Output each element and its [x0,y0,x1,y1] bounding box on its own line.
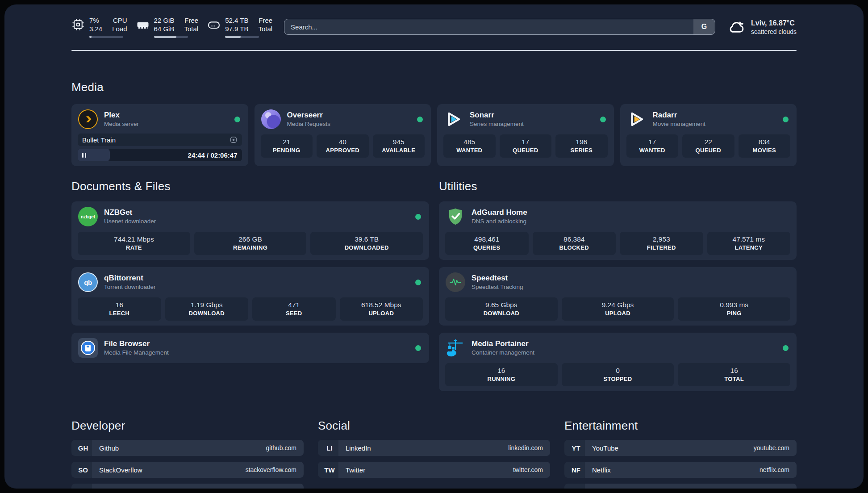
link-abbr: LI [318,440,341,456]
stat-box: 945 AVAILABLE [373,134,425,158]
disk-icon [207,18,221,31]
link-reddit[interactable]: RE Reddit reddit.com [564,484,797,489]
app-card-portainer[interactable]: Media Portainer Container management 16 … [439,333,797,391]
topbar-divider [71,50,797,51]
search-input[interactable] [284,19,693,34]
app-name: AdGuard Home [472,208,527,217]
link-name: Reddit [592,488,611,489]
now-playing-title: Bullet Train [82,136,116,144]
app-description: Media File Management [104,349,169,357]
section-utilities: Utilities AdGuard Home DNS and a [439,180,797,391]
app-name: File Browser [104,339,169,349]
nzbget-icon: nzbget [78,206,98,227]
stat-box: 196 SERIES [555,134,608,158]
disk-progress-bar [225,36,259,38]
search-bar: G [284,19,715,35]
link-stackoverflow[interactable]: SO StackOverflow stackoverflow.com [71,462,304,478]
link-youtube[interactable]: YT YouTube youtube.com [564,440,797,456]
link-name: StackOverflow [99,466,142,474]
section-social: Social LI LinkedIn linkedin.com TW Twitt… [318,419,550,489]
stat-box: 39.6 TB DOWNLOADED [310,232,423,255]
topbar: 7% 3.24 CPU Load [71,15,797,38]
app-description: Container management [472,349,534,357]
link-url: reddit.com [760,488,789,489]
ram-icon [136,18,150,31]
status-online-dot [415,280,421,285]
plex-now-playing: Bullet Train 24:44 / 02:06:47 [78,134,242,161]
cpu-icon [71,18,85,31]
link-name: DEV [99,488,113,489]
disk-total-label: Total [258,25,272,33]
cpu-usage-value: 7% [89,16,102,25]
link-dev-to[interactable]: DT DEV dev.to [71,484,304,489]
section-documents-files: Documents & Files nzbget NZBGet Usenet d… [71,180,429,391]
section-entertainment: Entertainment YT YouTube youtube.com NF … [564,419,797,489]
ram-total-label: Total [184,25,198,33]
ram-progress-bar [154,36,188,38]
sonarr-icon [443,109,464,130]
section-title-media: Media [71,80,797,94]
link-abbr: YT [564,440,588,456]
radarr-icon [626,109,647,130]
link-abbr: SO [71,462,95,478]
stat-box: 16 LEECH [78,297,161,321]
link-github[interactable]: GH Github github.com [71,440,304,456]
disk-free-value: 52.4 TB [225,16,248,25]
overseerr-icon [261,109,281,130]
status-online-dot [234,117,240,122]
app-card-filebrowser[interactable]: File Browser Media File Management [71,333,429,363]
playback-progress-bar[interactable]: 24:44 / 02:06:47 [78,149,242,161]
section-title-utilities: Utilities [439,180,797,193]
app-card-adguard-home[interactable]: AdGuard Home DNS and adblocking 498,461 … [439,201,797,260]
app-card-radarr[interactable]: Radarr Movie management 17 WANTED 22 QUE… [620,104,797,166]
link-url: twitter.com [513,466,543,473]
section-media: Media Plex Media server [71,80,797,166]
link-linkedin[interactable]: LI LinkedIn linkedin.com [318,440,550,456]
stat-box: 0.993 ms PING [678,297,790,321]
pause-icon[interactable] [82,153,86,158]
link-url: linkedin.com [508,444,543,451]
section-title-social: Social [318,419,550,433]
stat-box: 16 TOTAL [678,363,790,386]
status-online-dot [783,117,789,122]
app-description: Media server [104,120,139,128]
app-card-nzbget[interactable]: nzbget NZBGet Usenet downloader 744.21 M… [71,201,429,260]
filebrowser-icon [78,338,98,358]
link-netflix[interactable]: NF Netflix netflix.com [564,462,797,478]
search-engine-button[interactable]: G [693,19,715,34]
portainer-icon [445,338,466,358]
link-name: LinkedIn [346,444,371,452]
link-twitter[interactable]: TW Twitter twitter.com [318,462,550,478]
stat-box: 16 RUNNING [445,363,558,386]
app-card-qbittorrent[interactable]: qb qBittorrent Torrent downloader 16 LEE… [71,267,429,326]
app-name: qBittorrent [104,273,156,283]
qbittorrent-icon: qb [78,272,98,292]
app-card-sonarr[interactable]: Sonarr Series management 485 WANTED 17 Q… [437,104,614,166]
app-card-speedtest[interactable]: Speedtest Speedtest Tracking 9.65 Gbps D… [439,267,797,326]
section-title-documents: Documents & Files [71,180,429,193]
stat-box: 744.21 Mbps RATE [78,232,190,255]
app-name: Speedtest [472,273,523,283]
app-card-overseerr[interactable]: Overseerr Media Requests 21 PENDING 40 A… [255,104,431,166]
app-description: DNS and adblocking [472,217,527,226]
app-name: Media Portainer [472,339,534,349]
status-online-dot [783,345,789,351]
app-card-plex[interactable]: Plex Media server Bullet Train [71,104,248,166]
link-url: github.com [266,444,296,451]
stat-box: 498,461 QUERIES [445,232,529,255]
stat-box: 266 GB REMAINING [194,232,307,255]
app-name: Plex [104,110,139,120]
stat-box: 9.65 Gbps DOWNLOAD [445,297,558,321]
disk-widget: 52.4 TB 97.9 TB Free Total [207,16,272,38]
link-abbr: GH [71,440,95,456]
stat-box: 17 QUEUED [500,134,552,158]
app-name: Sonarr [470,110,524,120]
dashboard: 7% 3.24 CPU Load [4,4,864,489]
system-widgets: 7% 3.24 CPU Load [71,16,272,38]
stat-box: 2,953 FILTERED [620,232,703,255]
app-description: Media Requests [287,120,331,128]
speedtest-icon [445,272,466,292]
status-online-dot [415,345,421,351]
app-name: NZBGet [104,208,156,217]
link-name: Netflix [592,466,611,474]
